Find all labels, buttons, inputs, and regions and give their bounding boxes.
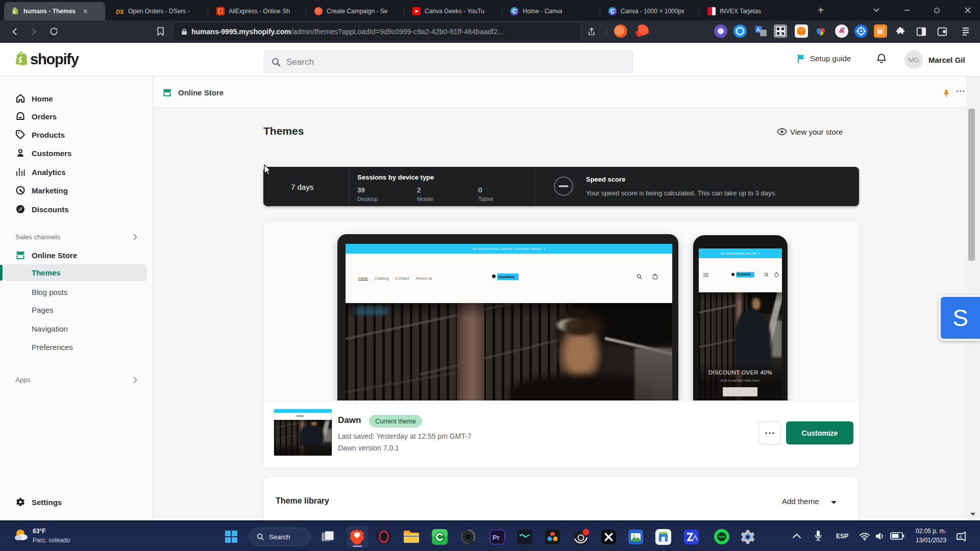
- svg-text:M: M: [877, 29, 882, 35]
- svg-text:A: A: [756, 27, 760, 33]
- svg-text:Pr: Pr: [493, 534, 500, 541]
- svg-text:4: 4: [959, 534, 962, 539]
- svg-text:DS: DS: [116, 9, 124, 15]
